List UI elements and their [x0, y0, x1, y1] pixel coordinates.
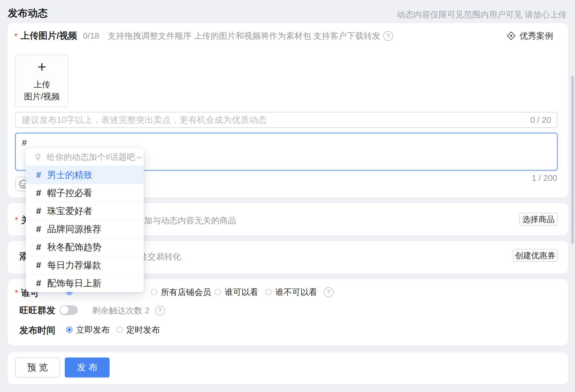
select-product-button[interactable]: 选择商品 [519, 213, 558, 226]
wangwang-label: 旺旺群发 [19, 304, 55, 317]
topic-dropdown-title: 给你的动态加个#话题吧～ [47, 152, 143, 163]
publish-now-label: 立即发布 [76, 324, 110, 336]
radio-icon [265, 289, 272, 295]
excellent-case-icon [506, 31, 516, 41]
preview-button[interactable]: 预 览 [15, 358, 60, 377]
visibility-option-label: 所有店铺会员 [161, 287, 211, 298]
topic-item-label: 每日力荐爆款 [47, 259, 102, 271]
wangwang-hint-row: 剩余触达次数 2 ? [92, 305, 165, 316]
visibility-option-members[interactable]: 所有店铺会员 [151, 287, 211, 297]
hash-icon: # [36, 206, 41, 216]
topic-dropdown-header: 给你的动态加个#话题吧～ [26, 148, 144, 166]
publish-time-label-row: 发布时间 [19, 324, 55, 337]
radio-icon [151, 289, 157, 295]
hash-icon: # [36, 188, 41, 198]
required-mark: * [14, 32, 18, 41]
related-product-hint: 添加与动态内容无关的商品 [136, 215, 236, 226]
topic-item[interactable]: # 品牌同源推荐 [26, 220, 144, 238]
topic-item-label: 帽子控必看 [47, 187, 93, 199]
toggle-knob [60, 306, 69, 314]
topic-item-label: 品牌同源推荐 [47, 223, 102, 235]
radio-icon [116, 327, 123, 333]
content-counter: 1 / 200 [531, 173, 557, 183]
help-icon[interactable]: ? [155, 306, 165, 316]
topic-item-label: 珠宝爱好者 [47, 205, 93, 217]
upload-hint: 支持拖拽调整文件顺序 上传的图片和视频将作为素材包 支持客户下载转发 [108, 30, 380, 42]
radio-icon [215, 289, 221, 295]
topic-item[interactable]: # 男士的精致 [26, 166, 144, 184]
page-title: 发布动态 [8, 6, 48, 20]
help-icon[interactable]: ? [383, 31, 393, 41]
coupon-hint: 性交易转化 [139, 251, 181, 262]
title-input[interactable]: 建议发布10字以上，表述完整突出卖点，更有机会成为优质动态 0 / 20 [15, 112, 558, 128]
topic-item[interactable]: # 配饰每日上新 [26, 274, 144, 292]
visibility-notice: 动态内容仅限可见范围内用户可见 请放心上传 [397, 9, 567, 20]
help-icon[interactable]: ? [324, 287, 334, 297]
upload-count: 0/18 [83, 31, 99, 41]
excellent-cases-link[interactable]: 优秀案例 [506, 30, 553, 42]
excellent-cases-label: 优秀案例 [520, 30, 553, 42]
scrollbar-thumb[interactable] [571, 76, 574, 244]
footer-card: 预 览 发 布 [8, 352, 568, 384]
visibility-option-label: 谁不可以看 [275, 287, 317, 298]
publish-scheduled-option[interactable]: 定时发布 [116, 325, 160, 335]
upload-box-line2: 图片/视频 [24, 91, 60, 103]
upload-dropzone[interactable]: + 上传 图片/视频 [15, 54, 69, 107]
topic-dropdown: 给你的动态加个#话题吧～ # 男士的精致 # 帽子控必看 # 珠宝爱好者 # 品… [26, 148, 144, 292]
hash-icon: # [36, 278, 41, 289]
visibility-option-label: 谁可以看 [225, 287, 258, 298]
topic-item[interactable]: # 珠宝爱好者 [26, 202, 144, 220]
topic-item[interactable]: # 每日力荐爆款 [26, 256, 144, 274]
upload-label: 上传图片/视频 [21, 30, 77, 42]
upload-card-header: * 上传图片/视频 0/18 支持拖拽调整文件顺序 上传的图片和视频将作为素材包… [14, 30, 553, 42]
visibility-option-who-cannot[interactable]: 谁不可以看 ? [265, 287, 334, 297]
publish-button[interactable]: 发 布 [65, 358, 110, 377]
title-input-placeholder: 建议发布10字以上，表述完整突出卖点，更有机会成为优质动态 [22, 114, 530, 126]
publish-scheduled-label: 定时发布 [126, 324, 160, 336]
upload-box-line1: 上传 [34, 79, 50, 91]
wangwang-toggle[interactable] [60, 305, 78, 315]
publish-now-option[interactable]: 立即发布 [66, 325, 110, 335]
required-mark: * [15, 216, 18, 225]
hash-icon: # [36, 224, 41, 234]
idea-icon [34, 152, 43, 162]
topic-item-label: 秋冬配饰趋势 [47, 241, 102, 253]
hash-icon: # [36, 242, 41, 252]
publish-time-label: 发布时间 [19, 324, 55, 337]
visibility-option-who-can[interactable]: 谁可以看 [215, 287, 258, 297]
topic-item[interactable]: # 秋冬配饰趋势 [26, 238, 144, 256]
topic-item-label: 配饰每日上新 [47, 277, 102, 289]
radio-selected-icon [66, 327, 73, 333]
wangwang-hint: 剩余触达次数 2 [92, 305, 150, 316]
hash-icon: # [36, 170, 41, 180]
hash-icon: # [36, 260, 41, 270]
required-mark: * [15, 289, 18, 298]
title-input-counter: 0 / 20 [530, 115, 551, 125]
plus-icon: + [38, 59, 46, 74]
create-coupon-button[interactable]: 创建优惠券 [513, 249, 558, 262]
topic-item[interactable]: # 帽子控必看 [26, 184, 144, 202]
topic-item-label: 男士的精致 [47, 169, 93, 181]
wangwang-label-row: 旺旺群发 [19, 304, 55, 317]
